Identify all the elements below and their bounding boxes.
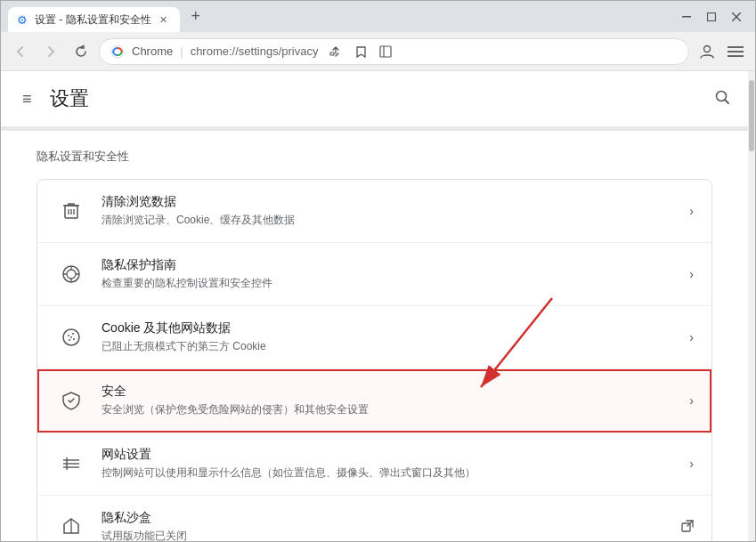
tab-title: 设置 - 隐私设置和安全性 [35,12,151,28]
clear-browsing-title: 清除浏览数据 [102,194,679,210]
svg-point-28 [68,335,69,336]
browser-body: ≡ 设置 隐私设置和安全性 清除浏 [1,71,755,541]
clear-browsing-text: 清除浏览数据 清除浏览记录、Cookie、缓存及其他数据 [102,194,679,228]
cookies-subtitle: 已阻止无痕模式下的第三方 Cookie [102,339,679,354]
security-title: 安全 [102,384,679,400]
site-settings-title: 网站设置 [102,447,679,463]
sandbox-title: 隐私沙盒 [102,510,671,526]
scrollbar[interactable] [748,71,755,541]
svg-point-29 [72,333,74,335]
svg-rect-8 [380,46,391,57]
svg-point-30 [73,338,75,340]
address-bar-url: chrome://settings/privacy [191,44,319,58]
address-bar-chrome-text: Chrome [132,44,173,58]
svg-point-6 [116,49,120,53]
page-title: 设置 [50,85,700,112]
title-bar: ⚙ 设置 - 隐私设置和安全性 ✕ + [1,1,755,32]
settings-card: 清除浏览数据 清除浏览记录、Cookie、缓存及其他数据 › 隐私保护指南 检查… [37,179,712,541]
address-bar[interactable]: Chrome | chrome://settings/privacy [99,38,689,65]
settings-item-privacy-guide[interactable]: 隐私保护指南 检查重要的隐私控制设置和安全控件 › [37,243,711,306]
settings-item-clear-browsing[interactable]: 清除浏览数据 清除浏览记录、Cookie、缓存及其他数据 › [37,180,711,243]
sidebar-toggle-icon[interactable] [375,41,396,62]
cookies-arrow: › [689,330,694,344]
browser-tab-active[interactable]: ⚙ 设置 - 隐私设置和安全性 ✕ [8,7,180,32]
address-bar-separator: | [180,44,183,58]
svg-line-15 [725,100,728,103]
tab-settings-icon: ⚙ [17,13,29,26]
window-frame: ⚙ 设置 - 隐私设置和安全性 ✕ + [0,0,756,542]
settings-item-site-settings[interactable]: 网站设置 控制网站可以使用和显示什么信息（如位置信息、摄像头、弹出式窗口及其他）… [37,433,711,496]
profile-icon[interactable] [695,39,719,64]
privacy-guide-icon [55,258,87,290]
back-button[interactable] [8,39,33,64]
refresh-button[interactable] [69,39,93,64]
external-link-icon [681,520,694,535]
svg-rect-7 [330,53,334,55]
minimize-button[interactable] [675,8,698,26]
bookmark-icon[interactable] [350,41,371,62]
settings-search-icon[interactable] [714,89,730,109]
restore-button[interactable] [700,8,723,26]
privacy-guide-text: 隐私保护指南 检查重要的隐私控制设置和安全控件 [102,257,679,291]
privacy-guide-title: 隐私保护指南 [102,257,679,273]
trash-icon [55,195,87,227]
sandbox-icon [55,511,87,541]
site-settings-subtitle: 控制网站可以使用和显示什么信息（如位置信息、摄像头、弹出式窗口及其他） [102,465,679,481]
site-settings-text: 网站设置 控制网站可以使用和显示什么信息（如位置信息、摄像头、弹出式窗口及其他） [102,447,679,481]
scroll-thumb[interactable] [749,80,754,151]
forward-button[interactable] [38,39,63,64]
security-subtitle: 安全浏览（保护您免受危险网站的侵害）和其他安全设置 [102,402,679,417]
svg-point-22 [67,270,76,279]
section-label: 隐私设置和安全性 [37,149,712,165]
close-button[interactable] [725,8,748,26]
clear-browsing-arrow: › [689,204,694,218]
address-bar-icons [325,41,396,62]
shield-icon [55,384,87,417]
cookies-title: Cookie 及其他网站数据 [102,320,679,336]
hamburger-menu-icon[interactable]: ≡ [19,86,36,112]
settings-item-security[interactable]: 安全 安全浏览（保护您免受危险网站的侵害）和其他安全设置 › [37,369,711,433]
cookies-text: Cookie 及其他网站数据 已阻止无痕模式下的第三方 Cookie [102,320,679,354]
tab-area: ⚙ 设置 - 隐私设置和安全性 ✕ + [8,1,668,32]
settings-header: ≡ 设置 [1,71,748,127]
settings-section: 隐私设置和安全性 清除浏览数据 清除浏览记录、Cookie、缓存及其他数据 › [1,131,748,541]
site-settings-icon [55,448,87,480]
clear-browsing-subtitle: 清除浏览记录、Cookie、缓存及其他数据 [102,213,679,228]
menu-icon[interactable] [723,39,748,64]
svg-point-10 [704,45,711,52]
chrome-logo-icon [110,44,125,59]
security-item-wrapper: 安全 安全浏览（保护您免受危险网站的侵害）和其他安全设置 › [37,369,711,433]
site-settings-arrow: › [689,457,694,471]
page-content[interactable]: ≡ 设置 隐私设置和安全性 清除浏 [1,71,748,541]
svg-point-32 [70,336,72,338]
sandbox-subtitle: 试用版功能已关闭 [102,529,671,541]
svg-rect-0 [682,16,691,18]
toolbar-icons [695,39,748,64]
tab-close-button[interactable]: ✕ [157,12,171,27]
settings-item-privacy-sandbox[interactable]: 隐私沙盒 试用版功能已关闭 [37,496,711,541]
privacy-guide-subtitle: 检查重要的隐私控制设置和安全控件 [102,276,679,291]
share-icon[interactable] [325,41,346,62]
cookie-icon [55,321,87,353]
svg-rect-1 [708,12,716,20]
window-controls [675,8,748,26]
address-bar-row: Chrome | chrome://settings/privacy [1,32,755,71]
security-text: 安全 安全浏览（保护您免受危险网站的侵害）和其他安全设置 [102,384,679,417]
settings-item-cookies[interactable]: Cookie 及其他网站数据 已阻止无痕模式下的第三方 Cookie › [37,306,711,369]
sandbox-text: 隐私沙盒 试用版功能已关闭 [102,510,671,541]
security-arrow: › [689,393,694,408]
svg-point-31 [69,339,70,341]
new-tab-button[interactable]: + [183,4,208,29]
privacy-guide-arrow: › [689,267,694,281]
